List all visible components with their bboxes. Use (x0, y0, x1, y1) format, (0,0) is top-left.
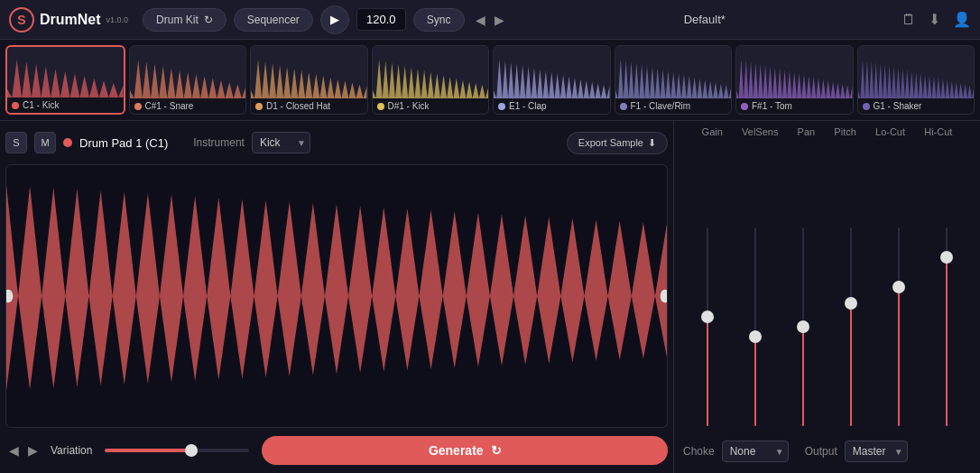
pad-label: E1 - Clap (494, 98, 610, 114)
s-button[interactable]: S (5, 132, 27, 153)
vert-thumb[interactable] (749, 330, 762, 343)
vert-thumb[interactable] (701, 311, 714, 323)
vert-slider-pitch[interactable] (837, 227, 864, 426)
vert-thumb[interactable] (940, 251, 953, 264)
pad-waveform-2 (251, 49, 367, 98)
pad-dot (377, 103, 384, 110)
choke-select[interactable]: NoneGroup 1Group 2 (722, 441, 789, 462)
pad-waveform-container (373, 49, 489, 98)
drum-pad-e1[interactable]: E1 - Clap (493, 45, 611, 115)
pad-waveform-6 (736, 49, 853, 98)
vert-thumb[interactable] (892, 281, 905, 293)
download-icon[interactable]: ⬇ (929, 11, 940, 28)
vert-track (802, 227, 804, 426)
variation-slider[interactable] (105, 449, 249, 452)
play-button[interactable]: ▶ (320, 5, 349, 34)
next-arrow[interactable]: ▶ (491, 11, 508, 29)
nav-arrows: ◀ ▶ (472, 11, 508, 29)
pad-dot (863, 103, 870, 110)
drum-pad-cs1[interactable]: C#1 - Snare (129, 45, 247, 115)
user-icon[interactable]: 👤 (953, 11, 971, 28)
pad-label: D1 - Closed Hat (251, 98, 367, 114)
pad-dot (620, 103, 627, 110)
vert-thumb[interactable] (797, 320, 809, 333)
preset-icon[interactable]: 🗒 (901, 12, 916, 28)
pad-label-text: F#1 - Tom (752, 101, 792, 111)
pad-label: C#1 - Snare (130, 98, 246, 114)
left-panel: S M Drum Pad 1 (C1) Instrument KickSnare… (0, 121, 673, 473)
drum-pad-fs1[interactable]: F#1 - Tom (735, 45, 854, 115)
pad-dot (255, 103, 263, 110)
pad-label-text: E1 - Clap (509, 101, 547, 111)
drum-kit-label: Drum Kit (156, 14, 199, 26)
pad-waveform-container (251, 49, 367, 98)
m-button[interactable]: M (34, 132, 56, 153)
prev-button[interactable]: ◀ (5, 441, 23, 459)
pad-dot (134, 103, 142, 110)
pad-name: Drum Pad 1 (C1) (79, 136, 168, 150)
vert-track (946, 227, 948, 426)
vert-slider-hi-cut[interactable] (933, 227, 960, 426)
sync-button[interactable]: Sync (413, 8, 465, 32)
vert-thumb[interactable] (845, 297, 857, 310)
pad-waveform-container (736, 49, 853, 98)
logo-icon: S (9, 7, 34, 32)
vert-slider-gain[interactable] (694, 227, 721, 426)
pad-waveform-7 (858, 49, 975, 98)
refresh-icon: ↻ (204, 14, 213, 26)
pad-label-text: C1 - Kick (23, 100, 60, 110)
sequencer-label: Sequencer (247, 14, 300, 26)
logo: S DrumNet v1.0.0 (9, 7, 128, 32)
pad-waveform-container (615, 49, 732, 98)
export-label: Export Sample (578, 137, 643, 148)
vert-track (850, 227, 852, 426)
export-button[interactable]: Export Sample ⬇ (567, 132, 668, 154)
slider-header-gain: Gain (702, 126, 723, 137)
drum-pad-c1[interactable]: C1 - Kick (5, 45, 125, 115)
drum-pad-d1[interactable]: D1 - Closed Hat (250, 45, 368, 115)
vert-slider-lo-cut[interactable] (885, 227, 912, 426)
generate-button[interactable]: Generate ↻ (262, 436, 668, 465)
app-version: v1.0.0 (106, 15, 129, 24)
pad-waveform-container (7, 48, 124, 97)
prev-arrow[interactable]: ◀ (472, 11, 489, 29)
variation-label: Variation (51, 444, 92, 457)
vert-slider-velsens[interactable] (742, 227, 769, 426)
pad-dot (12, 102, 19, 109)
slider-header-lo-cut: Lo-Cut (875, 126, 905, 137)
slider-header-pan: Pan (798, 126, 816, 137)
pad-waveform-container (858, 49, 975, 98)
drum-kit-button[interactable]: Drum Kit ↻ (143, 8, 227, 32)
instrument-select[interactable]: KickSnareHi-HatClapTom (252, 132, 310, 153)
pad-label: G1 - Shaker (858, 98, 975, 114)
pad-label-text: F1 - Clave/Rim (631, 101, 691, 111)
export-icon: ⬇ (648, 137, 656, 149)
pad-label-text: D#1 - Kick (388, 101, 430, 111)
generate-label: Generate (429, 443, 484, 458)
pad-dot (741, 103, 748, 110)
variation-thumb[interactable] (185, 444, 198, 457)
waveform-svg (6, 165, 667, 427)
prev-next: ◀ ▶ (5, 441, 42, 459)
pad-label-text: D1 - Closed Hat (266, 101, 330, 111)
pad-label: D#1 - Kick (373, 98, 489, 114)
drum-pads-row: C1 - KickC#1 - SnareD1 - Closed HatD#1 -… (0, 40, 980, 121)
pad-waveform-1 (130, 49, 246, 98)
drum-pad-f1[interactable]: F1 - Clave/Rim (615, 45, 733, 115)
drum-pad-ds1[interactable]: D#1 - Kick (372, 45, 490, 115)
bottom-bar: ◀ ▶ Variation Generate ↻ (5, 433, 668, 468)
right-panel: GainVelSensPanPitchLo-CutHi-Cut Choke No… (673, 121, 980, 473)
slider-header-hi-cut: Hi-Cut (924, 126, 952, 137)
bpm-display[interactable]: 120.0 (356, 8, 406, 31)
drum-pad-g1[interactable]: G1 - Shaker (857, 45, 975, 115)
output-select[interactable]: MasterBus 1Bus 2 (845, 441, 908, 462)
controls-bar: S M Drum Pad 1 (C1) Instrument KickSnare… (5, 126, 668, 159)
pad-waveform-3 (373, 49, 489, 98)
sequencer-button[interactable]: Sequencer (234, 8, 313, 32)
pad-waveform-0 (7, 48, 124, 97)
vert-slider-pan[interactable] (790, 227, 817, 426)
next-button[interactable]: ▶ (24, 441, 42, 459)
slider-header-velsens: VelSens (742, 126, 778, 137)
pad-waveform-container (494, 49, 610, 98)
header-icons: 🗒 ⬇ 👤 (901, 11, 971, 28)
